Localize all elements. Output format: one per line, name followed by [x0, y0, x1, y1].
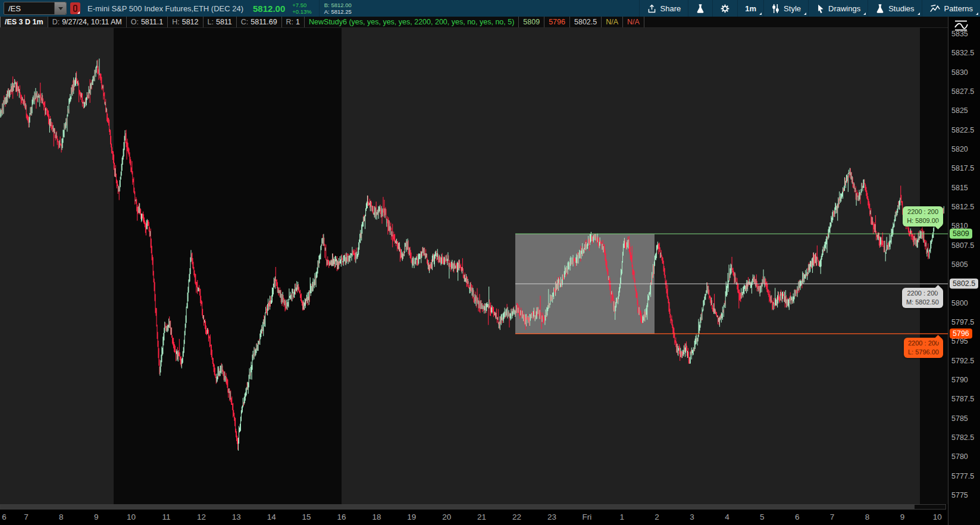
time-tick-label: 8	[865, 513, 870, 521]
alert-flag-button[interactable]	[70, 2, 80, 14]
time-tick-label: 7	[830, 513, 835, 521]
flask-icon	[875, 4, 885, 14]
time-tick-label: 2	[655, 513, 659, 521]
bid-value: B: 5812.00	[324, 2, 352, 8]
chart-h-scrollbar[interactable]	[0, 504, 946, 510]
study-level-callout[interactable]: 2200 : 200H: 5809.00	[903, 206, 943, 227]
price-tick-label: 5800	[951, 299, 968, 307]
time-tick-label: 10	[933, 513, 942, 521]
time-tick-label: 20	[442, 513, 451, 521]
bid-ask-stack: B: 5812.00 A: 5812.25	[324, 2, 352, 15]
ohlc-close-cell: C:5811.69	[237, 17, 282, 27]
price-tick-label: 5790	[951, 376, 968, 384]
price-tick-label: 5775	[951, 491, 968, 499]
study-level-axis-pill: 5809	[950, 229, 972, 239]
gear-icon	[720, 4, 730, 14]
price-tick-label: 5797.5	[951, 318, 974, 326]
timeframe-label: 1m	[745, 4, 756, 13]
ohlc-low-cell: L:5811	[203, 17, 237, 27]
price-tick-label: 5805	[951, 260, 968, 269]
share-label: Share	[660, 4, 681, 13]
time-tick-label: 16	[337, 513, 346, 521]
price-tick-label: 5820	[951, 145, 968, 153]
drawings-button[interactable]: Drawings	[809, 0, 868, 17]
ohlc-open-cell: O:5811.1	[127, 17, 168, 27]
time-axis[interactable]: 678910111213141516181920212223Fri1234567…	[0, 510, 948, 525]
scrollbar-thumb[interactable]	[1, 505, 915, 509]
candlestick-chart	[0, 28, 948, 504]
pattern-zigzag-icon	[929, 4, 941, 14]
study-na-value-2: N/A	[623, 17, 644, 27]
symbol-value: /ES	[4, 4, 54, 13]
time-tick-label: 23	[547, 513, 556, 521]
time-tick-label: 9	[94, 513, 99, 521]
time-tick-label: 8	[59, 513, 64, 521]
time-tick-label: 6	[795, 513, 800, 521]
time-tick-label: 6	[2, 513, 7, 521]
time-tick-label: 21	[477, 513, 486, 521]
flask-icon	[696, 4, 705, 14]
share-icon	[647, 4, 657, 14]
chart-info-row: /ES 3 D 1m D:9/27/24, 10:11 AM O:5811.1 …	[0, 17, 980, 28]
study-parameters[interactable]: NewStudy6 (yes, yes, yes, yes, 2200, 200…	[305, 17, 519, 27]
quick-study-button[interactable]	[688, 0, 712, 17]
top-toolbar: /ES E-mini S&P 500 Index Futures,ETH (DE…	[0, 0, 980, 17]
chart-descriptor: /ES 3 D 1m	[0, 17, 48, 27]
chart-settings-button[interactable]	[713, 0, 737, 17]
price-tick-label: 5822.5	[951, 126, 974, 134]
study-na-value-1: N/A	[602, 17, 623, 27]
share-button[interactable]: Share	[640, 0, 688, 17]
price-tick-label: 5785	[951, 414, 968, 423]
drawings-label: Drawings	[828, 4, 860, 13]
chart-plot-area[interactable]	[0, 28, 948, 504]
ohlc-range-cell: R:1	[282, 17, 305, 27]
study-high-value: 5809	[519, 17, 544, 27]
ohlc-date-cell: D:9/27/24, 10:11 AM	[48, 17, 127, 27]
price-tick-label: 5807.5	[951, 241, 974, 250]
patterns-label: Patterns	[944, 4, 973, 13]
time-tick-label: 22	[512, 513, 521, 521]
study-low-value: 5796	[544, 17, 570, 27]
style-sliders-icon	[771, 4, 780, 14]
timeframe-button[interactable]: 1m	[738, 0, 763, 17]
price-tick-label: 5827.5	[951, 87, 974, 96]
study-mid-value: 5802.5	[570, 17, 602, 27]
price-change: +7.50	[292, 2, 312, 8]
style-label: Style	[784, 4, 801, 13]
time-tick-label: Fri	[582, 513, 591, 521]
symbol-dropdown-button[interactable]	[54, 2, 66, 14]
change-stack: +7.50 +0.13%	[292, 2, 312, 15]
style-button[interactable]: Style	[764, 0, 808, 17]
price-axis[interactable]: 58355832.558305827.558255822.558205817.5…	[948, 17, 980, 525]
chevron-down-icon	[58, 7, 63, 10]
study-level-axis-pill: 5802.5	[950, 279, 978, 289]
price-tick-label: 5792.5	[951, 357, 974, 365]
instrument-title: E-mini S&P 500 Index Futures,ETH (DEC 24…	[87, 4, 243, 13]
price-tick-label: 5812.5	[951, 203, 974, 211]
price-tick-label: 5830	[951, 68, 968, 77]
studies-label: Studies	[888, 4, 914, 13]
price-tick-label: 5787.5	[951, 395, 974, 403]
price-tick-label: 5815	[951, 184, 968, 192]
ohlc-high-cell: H:5812	[168, 17, 203, 27]
time-tick-label: 3	[690, 513, 694, 521]
flag-icon	[73, 5, 77, 12]
study-level-callout[interactable]: 2200 : 200M: 5802.50	[902, 288, 943, 308]
price-tick-label: 5780	[951, 452, 968, 461]
time-tick-label: 15	[302, 513, 311, 521]
study-level-callout[interactable]: 2200 : 200L: 5796.00	[904, 338, 943, 358]
symbol-input[interactable]: /ES	[4, 2, 67, 15]
study-level-axis-pill: 5796	[950, 329, 972, 339]
last-price: 5812.00	[253, 4, 285, 14]
time-tick-label: 19	[407, 513, 416, 521]
time-tick-label: 18	[372, 513, 381, 521]
studies-button[interactable]: Studies	[868, 0, 921, 17]
time-tick-label: 5	[760, 513, 765, 521]
time-tick-label: 10	[127, 513, 136, 521]
time-tick-label: 9	[900, 513, 905, 521]
time-tick-label: 4	[725, 513, 729, 521]
price-tick-label: 5835	[951, 30, 968, 38]
patterns-button[interactable]: Patterns	[922, 0, 980, 17]
price-tick-label: 5832.5	[951, 49, 974, 57]
time-tick-label: 1	[619, 513, 624, 521]
